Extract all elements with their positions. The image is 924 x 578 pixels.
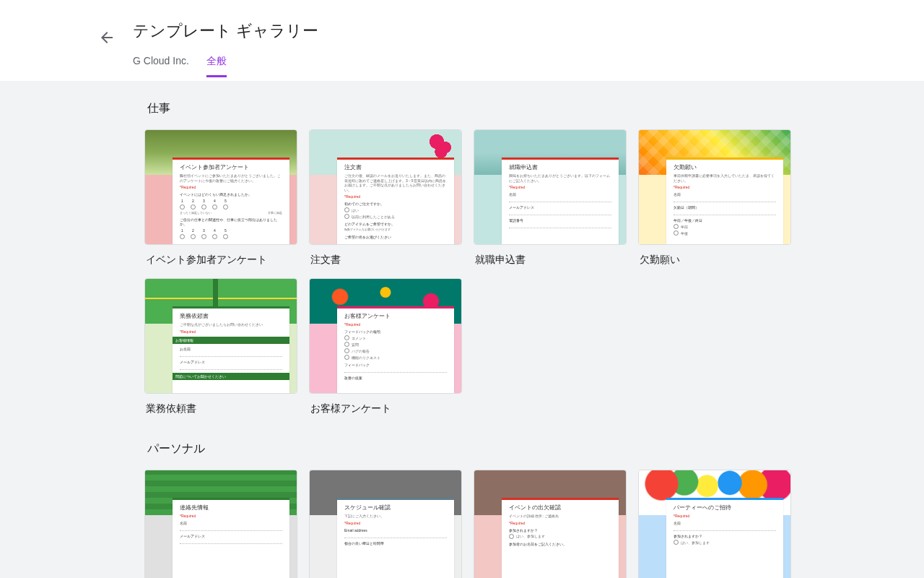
template-card-job-application[interactable]: 就職申込書 興味をお持ちいただきありがとうございます。以下のフォームにご記入くだ…	[474, 129, 627, 267]
template-title: イベント参加者アンケート	[146, 254, 297, 267]
form-title: スケジュール確認	[344, 504, 447, 512]
section-title-personal: パーソナル	[147, 441, 780, 457]
tab-general[interactable]: 全般	[206, 55, 227, 77]
header: テンプレート ギャラリー G Cloud Inc. 全般	[0, 0, 924, 81]
form-title: 就職申込書	[509, 163, 611, 171]
content-area: 仕事 イベント参加者アンケート 弊社頃イベントにご参加いただきありがとうございま…	[0, 81, 924, 578]
template-card-work-request[interactable]: 業務依頼書 ご不明な点がございましたらお問い合わせください *Required …	[144, 278, 297, 415]
template-card-find-a-time[interactable]: スケジュール確認 下記にご入力ください。 *Required Email add…	[309, 470, 462, 578]
template-title: 欠勤願い	[640, 254, 791, 267]
tabs: G Cloud Inc. 全般	[133, 55, 924, 77]
template-thumb: パーティーへのご招待 *Required 名前 参加されますか？ はい、参加しま…	[638, 470, 791, 578]
template-card-contact-info[interactable]: 連絡先情報 *Required 名前 メールアドレス 連絡先情報	[144, 470, 297, 578]
template-grid-personal: 連絡先情報 *Required 名前 メールアドレス 連絡先情報	[144, 470, 780, 578]
template-thumb: 注文書 ご注文の後、確認のメールをお送りいたします。また、商品の発送時に改めてご…	[309, 129, 462, 245]
back-button[interactable]	[92, 23, 121, 52]
template-thumb: イベントの出欠確認 イベントの詳細 住所: ご連絡先 *Required 参加さ…	[474, 470, 627, 578]
template-card-order-form[interactable]: 注文書 ご注文の後、確認のメールをお送りいたします。また、商品の発送時に改めてご…	[309, 129, 462, 267]
form-title: イベントの出欠確認	[509, 504, 611, 512]
form-title: パーティーへのご招待	[674, 504, 776, 512]
template-thumb: 連絡先情報 *Required 名前 メールアドレス	[144, 470, 297, 578]
template-card-customer-feedback[interactable]: お客様アンケート *Required フィードバックの種類 コメント 質問 バグ…	[309, 278, 462, 415]
template-card-party-invite[interactable]: パーティーへのご招待 *Required 名前 参加されますか？ はい、参加しま…	[638, 470, 791, 578]
template-thumb: 業務依頼書 ご不明な点がございましたらお問い合わせください *Required …	[144, 278, 297, 394]
form-title: イベント参加者アンケート	[180, 163, 282, 171]
form-title: 注文書	[344, 163, 447, 171]
form-title: 欠勤願い	[674, 163, 776, 171]
template-thumb: お客様アンケート *Required フィードバックの種類 コメント 質問 バグ…	[309, 278, 462, 394]
template-grid-work: イベント参加者アンケート 弊社頃イベントにご参加いただきありがとうございました。…	[144, 129, 780, 415]
template-title: 注文書	[310, 254, 462, 267]
template-title: お客様アンケート	[310, 402, 462, 415]
form-title: 連絡先情報	[180, 504, 282, 512]
section-title-work: 仕事	[147, 101, 780, 116]
template-card-event-feedback[interactable]: イベント参加者アンケート 弊社頃イベントにご参加いただきありがとうございました。…	[144, 129, 297, 267]
template-thumb: 欠勤願い 事前休暇申請書に必要事項を入力していただき、承認を得てください。 *R…	[638, 129, 791, 245]
form-title: お客様アンケート	[344, 312, 447, 320]
template-thumb: 就職申込書 興味をお持ちいただきありがとうございます。以下のフォームにご記入くだ…	[474, 129, 627, 245]
arrow-back-icon	[98, 29, 116, 46]
template-title: 業務依頼書	[146, 402, 297, 415]
form-title: 業務依頼書	[180, 312, 282, 320]
template-title: 就職申込書	[475, 254, 627, 267]
template-thumb: イベント参加者アンケート 弊社頃イベントにご参加いただきありがとうございました。…	[144, 129, 297, 245]
template-thumb: スケジュール確認 下記にご入力ください。 *Required Email add…	[309, 470, 462, 578]
tab-org[interactable]: G Cloud Inc.	[133, 55, 189, 77]
template-card-rsvp[interactable]: イベントの出欠確認 イベントの詳細 住所: ご連絡先 *Required 参加さ…	[474, 470, 627, 578]
template-card-time-off[interactable]: 欠勤願い 事前休暇申請書に必要事項を入力していただき、承認を得てください。 *R…	[638, 129, 791, 267]
page-title: テンプレート ギャラリー	[133, 0, 924, 42]
